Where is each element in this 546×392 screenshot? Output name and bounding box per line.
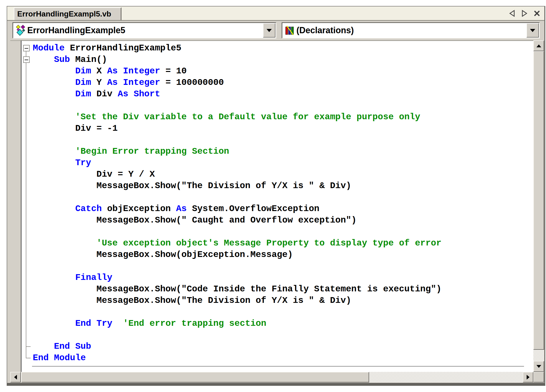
code-token: 'Begin Error trapping Section bbox=[75, 146, 229, 156]
triangle-right-icon bbox=[527, 375, 529, 379]
document-tab-bar: ErrorHandlingExampl5.vb bbox=[7, 6, 544, 21]
chevron-down-icon bbox=[530, 29, 535, 32]
member-dropdown-button[interactable] bbox=[526, 23, 539, 38]
scroll-right-button[interactable] bbox=[523, 372, 533, 382]
code-line: 'Use exception object's Message Property… bbox=[33, 237, 442, 249]
scroll-down-button[interactable] bbox=[533, 361, 544, 372]
code-token: Module bbox=[33, 43, 65, 53]
code-token: As bbox=[107, 77, 118, 88]
code-token bbox=[112, 318, 123, 328]
code-area[interactable]: Module ErrorHandlingExample5 Sub Main() … bbox=[21, 40, 533, 372]
code-line: End Sub bbox=[33, 341, 91, 352]
code-token bbox=[33, 66, 75, 76]
code-token bbox=[33, 318, 75, 328]
code-token: Catch bbox=[75, 204, 102, 214]
desktop: { "window": { "tab_title": "ErrorHandlin… bbox=[0, 0, 546, 392]
code-token bbox=[33, 89, 75, 99]
code-line: MessageBox.Show("The Division of Y/X is … bbox=[33, 295, 351, 306]
code-line: End Try 'End error trapping section bbox=[33, 318, 266, 329]
scroll-tabs-right-button[interactable] bbox=[520, 9, 529, 18]
code-token: As bbox=[107, 66, 118, 76]
tab-navigation-buttons bbox=[508, 6, 541, 20]
code-line: Dim Y As Integer = 100000000 bbox=[33, 77, 224, 88]
code-token: Short bbox=[134, 89, 160, 99]
code-line: Catch objException As System.OverflowExc… bbox=[33, 203, 319, 214]
vertical-scrollbar-thumb[interactable] bbox=[533, 51, 544, 350]
code-token: objException bbox=[102, 204, 176, 214]
code-token: = 100000000 bbox=[160, 77, 224, 88]
indicator-margin bbox=[10, 40, 21, 372]
code-token: 'Set the Div variable to a Default value… bbox=[75, 112, 420, 122]
triangle-left-icon bbox=[14, 375, 17, 379]
horizontal-scrollbar[interactable] bbox=[10, 372, 533, 382]
outline-collapse-box[interactable] bbox=[23, 45, 30, 51]
code-token: X bbox=[91, 66, 107, 76]
code-token bbox=[33, 112, 75, 122]
code-token: MessageBox.Show("The Division of Y/X is … bbox=[33, 181, 351, 191]
navigation-bar: ErrorHandlingExample5 (Declarations) bbox=[7, 21, 544, 40]
code-token: Integer bbox=[123, 66, 160, 76]
outline-end-tick bbox=[26, 346, 31, 347]
code-line: Module ErrorHandlingExample5 bbox=[33, 42, 182, 54]
code-token: Dim bbox=[75, 77, 91, 88]
code-token bbox=[33, 158, 75, 168]
minus-icon bbox=[25, 59, 28, 60]
vb-module-icon bbox=[15, 24, 26, 36]
code-token: End Module bbox=[33, 353, 86, 363]
code-line: Div = -1 bbox=[33, 123, 118, 134]
code-editor-window: ErrorHandlingExampl5.vb bbox=[7, 6, 545, 386]
outline-collapse-box[interactable] bbox=[23, 56, 30, 63]
editor-area: Module ErrorHandlingExample5 Sub Main() … bbox=[10, 40, 544, 382]
code-token: Main() bbox=[70, 54, 107, 64]
triangle-right-icon bbox=[521, 10, 528, 17]
scroll-left-button[interactable] bbox=[10, 372, 21, 382]
code-line: 'Begin Error trapping Section bbox=[33, 146, 229, 157]
code-token: End Try bbox=[75, 318, 112, 328]
triangle-left-icon bbox=[509, 10, 515, 17]
code-token: MessageBox.Show(" Caught and Overflow ex… bbox=[33, 215, 357, 225]
code-token: Try bbox=[75, 158, 91, 168]
scroll-up-button[interactable] bbox=[533, 40, 544, 51]
code-line: MessageBox.Show("The Division of Y/X is … bbox=[33, 180, 351, 192]
document-tab-label: ErrorHandlingExampl5.vb bbox=[17, 10, 111, 18]
outline-line bbox=[26, 49, 26, 358]
member-dropdown[interactable]: (Declarations) bbox=[282, 22, 540, 39]
code-token: MessageBox.Show(objException.Message) bbox=[33, 250, 293, 260]
code-line: Finally bbox=[33, 272, 112, 283]
code-line: Div = Y / X bbox=[33, 168, 155, 180]
code-line: End Module bbox=[33, 352, 86, 364]
code-token: Div = Y / X bbox=[33, 169, 155, 179]
code-line: Dim X As Integer = 10 bbox=[33, 65, 187, 77]
code-token: Dim bbox=[75, 89, 91, 99]
scroll-tabs-left-button[interactable] bbox=[508, 9, 516, 18]
close-icon bbox=[533, 10, 540, 17]
code-token: Integer bbox=[123, 77, 160, 88]
object-dropdown[interactable]: ErrorHandlingExample5 bbox=[13, 22, 276, 39]
code-token: MessageBox.Show("The Division of Y/X is … bbox=[33, 296, 351, 305]
scrollbar-corner bbox=[533, 372, 544, 382]
code-line: 'Set the Div variable to a Default value… bbox=[33, 111, 420, 123]
close-document-button[interactable] bbox=[533, 9, 541, 18]
document-tab[interactable]: ErrorHandlingExampl5.vb bbox=[14, 7, 121, 20]
code-line: MessageBox.Show("Code Inside the Finally… bbox=[33, 283, 442, 295]
code-token: As bbox=[118, 89, 128, 99]
member-dropdown-value: (Declarations) bbox=[296, 25, 354, 35]
code-token: Div = -1 bbox=[33, 123, 118, 133]
code-token: Finally bbox=[75, 272, 112, 283]
code-token bbox=[128, 89, 134, 99]
code-line: Try bbox=[33, 157, 91, 168]
code-token: Sub bbox=[54, 54, 70, 64]
outline-end-tick bbox=[26, 358, 31, 358]
code-token: 'Use exception object's Message Property… bbox=[96, 238, 441, 248]
horizontal-scrollbar-thumb[interactable] bbox=[21, 372, 369, 382]
vertical-scrollbar[interactable] bbox=[533, 40, 544, 372]
code-token: End Sub bbox=[54, 341, 91, 351]
code-line: MessageBox.Show(objException.Message) bbox=[33, 249, 293, 260]
code-token bbox=[33, 238, 96, 248]
chevron-down-icon bbox=[266, 29, 272, 32]
code-token bbox=[118, 77, 123, 88]
code-token bbox=[33, 54, 54, 64]
code-token bbox=[33, 77, 75, 88]
object-dropdown-button[interactable] bbox=[263, 23, 275, 38]
code-token: = 10 bbox=[160, 66, 187, 76]
